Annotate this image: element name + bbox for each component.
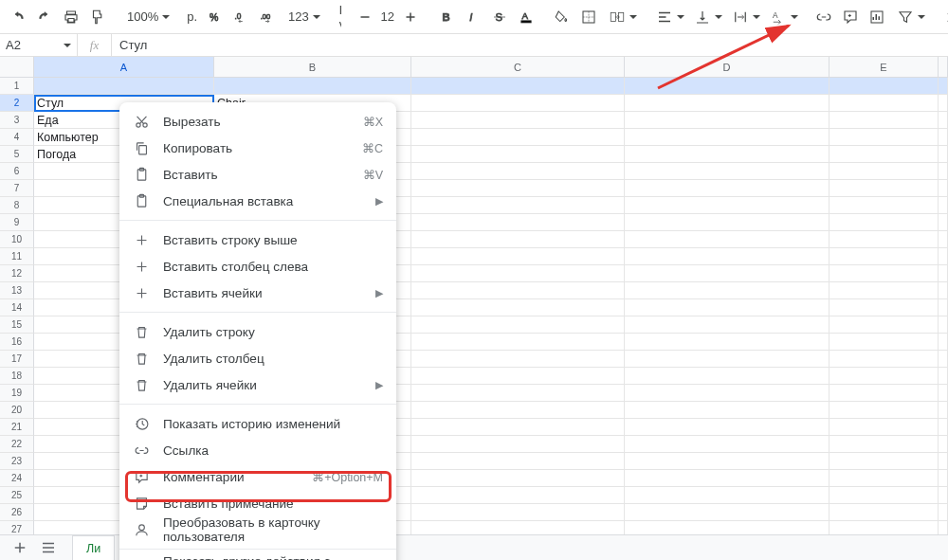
cell[interactable] [411, 282, 625, 299]
column-header-e[interactable]: E [830, 57, 939, 78]
cell[interactable] [411, 351, 625, 368]
cell[interactable] [830, 248, 939, 265]
select-all-corner[interactable] [0, 57, 34, 78]
cell[interactable] [625, 180, 830, 197]
row-header[interactable]: 12 [0, 265, 34, 282]
cell[interactable] [830, 180, 939, 197]
cell[interactable] [411, 197, 625, 214]
row-header[interactable]: 5 [0, 146, 34, 163]
ctx-link[interactable]: Ссылка [119, 437, 396, 463]
cell[interactable] [939, 487, 948, 504]
cell[interactable] [830, 402, 939, 419]
ctx-cut[interactable]: Вырезать ⌘X [119, 108, 396, 135]
cell[interactable] [411, 368, 625, 385]
cell[interactable] [411, 112, 625, 129]
cell[interactable] [625, 78, 830, 95]
font-family-dropdown[interactable]: По умолча... [334, 5, 341, 29]
cell[interactable] [939, 78, 948, 95]
cell[interactable] [830, 470, 939, 487]
cell[interactable] [625, 163, 830, 180]
cell[interactable] [830, 316, 939, 334]
row-header[interactable]: 15 [0, 316, 34, 334]
cell[interactable] [411, 470, 625, 487]
row-header[interactable]: 4 [0, 129, 34, 146]
cell[interactable] [411, 231, 625, 248]
cell[interactable] [411, 316, 625, 334]
functions-button[interactable]: Σ [939, 5, 948, 29]
cell[interactable] [939, 231, 948, 248]
cell[interactable] [625, 112, 830, 129]
cell[interactable] [411, 334, 625, 351]
row-header[interactable]: 9 [0, 214, 34, 231]
strikethrough-button[interactable]: S [487, 5, 512, 29]
cell[interactable] [939, 180, 948, 197]
cell[interactable] [625, 316, 830, 334]
insert-chart-button[interactable] [865, 5, 889, 29]
cell[interactable] [939, 112, 948, 129]
text-rotation-button[interactable]: A [764, 5, 800, 29]
ctx-copy[interactable]: Копировать ⌘C [119, 135, 396, 161]
cell[interactable] [411, 504, 625, 521]
cell[interactable] [830, 436, 939, 453]
row-header[interactable]: 13 [0, 282, 34, 299]
print-button[interactable] [59, 5, 83, 29]
formula-input[interactable]: Стул [112, 38, 147, 52]
row-header[interactable]: 3 [0, 112, 34, 129]
decrease-decimal-button[interactable]: .0 [229, 5, 254, 29]
row-header[interactable]: 16 [0, 334, 34, 351]
cell[interactable] [830, 299, 939, 316]
text-color-button[interactable]: A [514, 5, 538, 29]
cell[interactable] [939, 299, 948, 316]
cell[interactable] [939, 214, 948, 231]
row-header[interactable]: 23 [0, 453, 34, 470]
ctx-insert-cells[interactable]: Вставить ячейки ▶ [119, 280, 396, 306]
fill-color-button[interactable] [550, 5, 574, 29]
percent-button[interactable]: % [203, 5, 228, 29]
ctx-delete-cells[interactable]: Удалить ячейки ▶ [119, 371, 396, 398]
cell[interactable] [939, 282, 948, 299]
column-header-edge[interactable] [939, 57, 948, 78]
cell[interactable] [939, 146, 948, 163]
row-header[interactable]: 14 [0, 299, 34, 316]
column-header-a[interactable]: A [34, 57, 214, 78]
borders-button[interactable] [576, 5, 601, 29]
ctx-delete-row[interactable]: Удалить строку [119, 318, 396, 345]
row-header[interactable]: 21 [0, 419, 34, 436]
cell[interactable] [411, 299, 625, 316]
text-wrap-button[interactable] [726, 5, 762, 29]
row-header[interactable]: 19 [0, 385, 34, 402]
cell[interactable] [939, 436, 948, 453]
cell[interactable] [939, 95, 948, 112]
cell[interactable] [625, 197, 830, 214]
cell[interactable] [411, 385, 625, 402]
cell[interactable] [625, 470, 830, 487]
row-header[interactable]: 11 [0, 248, 34, 265]
cell[interactable] [830, 197, 939, 214]
ctx-paste[interactable]: Вставить ⌘V [119, 161, 396, 188]
cell[interactable] [939, 316, 948, 334]
cell[interactable] [625, 146, 830, 163]
cell[interactable] [830, 419, 939, 436]
undo-button[interactable] [6, 5, 30, 29]
horizontal-align-button[interactable] [650, 5, 686, 29]
add-sheet-button[interactable] [8, 535, 32, 560]
cell[interactable] [939, 419, 948, 436]
ctx-show-history[interactable]: Показать историю изменений [119, 410, 396, 437]
italic-button[interactable]: I [461, 5, 485, 29]
cell[interactable] [830, 453, 939, 470]
cell[interactable] [411, 265, 625, 282]
cell[interactable] [625, 334, 830, 351]
row-header[interactable]: 22 [0, 436, 34, 453]
cell[interactable] [625, 385, 830, 402]
cell[interactable] [625, 214, 830, 231]
all-sheets-button[interactable] [36, 535, 61, 560]
cell[interactable] [830, 368, 939, 385]
ctx-insert-note[interactable]: Вставить примечание [119, 490, 396, 516]
column-header-c[interactable]: C [411, 57, 625, 78]
cell[interactable] [939, 504, 948, 521]
insert-link-button[interactable] [811, 5, 836, 29]
cell[interactable] [830, 334, 939, 351]
cell[interactable] [625, 265, 830, 282]
cell[interactable] [625, 248, 830, 265]
ctx-insert-row-above[interactable]: Вставить строку выше [119, 226, 396, 253]
